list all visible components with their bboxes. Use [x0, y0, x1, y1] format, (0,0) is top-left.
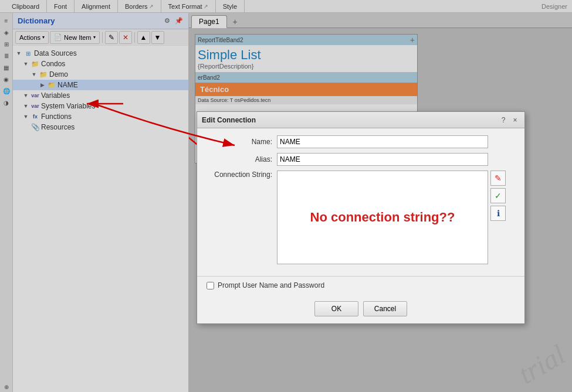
dictionary-header-icons: ⚙ 📌 — [163, 16, 184, 26]
page-tab-1-label: Page1 — [199, 18, 219, 26]
pin-icon[interactable]: 📌 — [174, 16, 184, 26]
sysvars-icon: var — [31, 102, 39, 110]
datasources-icon: ⊞ — [24, 49, 32, 57]
dictionary-header: Dictionary ⚙ 📌 — [13, 13, 188, 29]
connection-string-label: Connection String: — [207, 171, 277, 179]
textformat-label: Text Format — [168, 3, 202, 10]
ok-button[interactable]: OK — [314, 301, 358, 316]
borders-section: Borders ↗ — [118, 0, 161, 12]
band1-name: ReportTitleBand2 — [198, 37, 243, 43]
connection-string-area: No connection string?? — [277, 171, 488, 264]
report-description: {ReportDescription} — [198, 63, 415, 70]
sidebar-icon-7[interactable]: 🌐 — [1, 86, 12, 96]
page-tab-1[interactable]: Page1 — [191, 15, 227, 28]
toggle-demo[interactable]: ▼ — [31, 71, 38, 78]
datasources-label: Data Sources — [34, 49, 77, 57]
alias-input[interactable] — [277, 153, 488, 166]
name-folder-icon: 📁 — [48, 81, 56, 89]
alias-row: Alias: — [207, 153, 515, 166]
tree-item-condos[interactable]: ▼ 📁 Condos — [13, 59, 188, 69]
functions-icon: fx — [31, 113, 39, 121]
edit-connection-dialog[interactable]: Edit Connection ? × Name: Alias: Connect… — [197, 111, 525, 324]
actions-button[interactable]: Actions ▾ — [15, 31, 49, 44]
toggle-datasources[interactable]: ▼ — [15, 50, 22, 57]
clipboard-section: Clipboard — [5, 0, 47, 12]
modal-titlebar: Edit Connection ? × — [197, 112, 524, 128]
clipboard-label: Clipboard — [12, 3, 39, 10]
add-page-button[interactable]: + — [229, 16, 241, 28]
functions-label: Functions — [41, 113, 72, 121]
sidebar-icon-4[interactable]: ≣ — [1, 50, 12, 61]
toggle-resources[interactable] — [22, 124, 29, 131]
sidebar-icon-5[interactable]: ▦ — [1, 62, 12, 73]
band2-header: erBand2 — [195, 72, 417, 83]
edit-icon-btn[interactable]: ✎ — [105, 31, 118, 44]
toggle-variables[interactable]: ▼ — [22, 92, 29, 99]
tree-item-demo[interactable]: ▼ 📁 Demo — [13, 69, 188, 80]
sidebar-icon-8[interactable]: ◑ — [1, 97, 12, 108]
modal-help-button[interactable]: ? — [499, 115, 508, 125]
tree-item-datasources[interactable]: ▼ ⊞ Data Sources — [13, 48, 188, 59]
borders-label: Borders — [125, 3, 148, 10]
sidebar-icon-2[interactable]: ◈ — [1, 27, 12, 38]
actions-label: Actions — [19, 34, 40, 41]
alignment-label: Alignment — [82, 3, 110, 10]
designer-label: Designer — [541, 3, 567, 10]
sidebar-icon-1[interactable]: ≡ — [1, 15, 12, 26]
move-down-icon-btn[interactable]: ▼ — [151, 31, 164, 44]
tree-item-variables[interactable]: ▼ var Variables — [13, 90, 188, 101]
actions-dropdown-arrow: ▾ — [42, 35, 45, 40]
modal-close-button[interactable]: × — [510, 115, 520, 125]
modal-title: Edit Connection — [202, 116, 256, 124]
gear-icon[interactable]: ⚙ — [163, 16, 172, 26]
prompt-checkbox[interactable] — [207, 282, 214, 289]
datasource-text2: osPedidos.tecn — [235, 97, 271, 103]
no-connection-text: No connection string?? — [310, 210, 455, 225]
modal-body: Name: Alias: Connection String: No conne… — [197, 128, 524, 276]
toolbar-sep-1 — [102, 32, 103, 43]
toggle-sysvars[interactable]: ▼ — [22, 103, 29, 110]
demo-folder-icon: 📁 — [39, 70, 48, 79]
name-input[interactable] — [277, 135, 488, 148]
demo-label: Demo — [49, 70, 68, 79]
dictionary-panel: Dictionary ⚙ 📌 Actions ▾ 📄 New Item ▾ ✎ … — [13, 13, 189, 392]
new-item-dropdown-arrow: ▾ — [93, 35, 96, 40]
prompt-checkbox-label: Prompt User Name and Password — [218, 281, 324, 289]
band1-title: ReportTitleBand2 + — [195, 35, 417, 45]
edit-connection-btn[interactable]: ✎ — [490, 171, 506, 186]
prompt-checkbox-row: Prompt User Name and Password — [197, 276, 524, 289]
variables-label: Variables — [41, 91, 70, 100]
band2-name: erBand2 — [198, 74, 220, 81]
tree-item-name[interactable]: ▶ 📁 NAME — [13, 80, 188, 90]
name-label: Name: — [207, 138, 277, 146]
test-connection-btn[interactable]: ✓ — [490, 188, 506, 203]
band2-content: Técnico — [195, 83, 417, 96]
cancel-button[interactable]: Cancel — [363, 301, 407, 316]
name-row: Name: — [207, 135, 515, 148]
tree-item-functions[interactable]: ▼ fx Functions — [13, 111, 188, 122]
name-label: NAME — [57, 81, 78, 89]
font-section: Font — [47, 0, 75, 12]
style-section: Style — [216, 0, 245, 12]
toggle-condos[interactable]: ▼ — [22, 60, 29, 67]
new-item-button[interactable]: 📄 New Item ▾ — [50, 31, 99, 44]
variables-icon: var — [31, 91, 39, 100]
toolbar-sep-2 — [134, 32, 135, 43]
tree-item-sysvars[interactable]: ▼ var System Variables — [13, 101, 188, 111]
top-toolbar: Clipboard Font Alignment Borders ↗ Text … — [0, 0, 572, 13]
info-connection-btn[interactable]: ℹ — [490, 206, 506, 221]
delete-icon-btn[interactable]: ✕ — [119, 31, 132, 44]
tree-item-resources[interactable]: 📎 Resources — [13, 122, 188, 132]
move-up-icon-btn[interactable]: ▲ — [137, 31, 150, 44]
toggle-name[interactable]: ▶ — [39, 81, 46, 88]
band2-text: Técnico — [200, 85, 229, 94]
sidebar-icon-6[interactable]: ◉ — [1, 74, 12, 84]
sidebar-icon-bottom[interactable]: ⊕ — [1, 381, 12, 392]
new-item-icon: 📄 — [54, 33, 62, 41]
toggle-functions[interactable]: ▼ — [22, 113, 29, 120]
datasource-info: Data Source: T osPedidos.tecn — [195, 96, 417, 104]
dictionary-toolbar: Actions ▾ 📄 New Item ▾ ✎ ✕ ▲ ▼ — [13, 29, 188, 46]
sidebar-icon-3[interactable]: ⊞ — [1, 39, 12, 49]
condos-folder-icon: 📁 — [31, 60, 39, 68]
tree-container: ▼ ⊞ Data Sources ▼ 📁 Condos ▼ 📁 Demo ▶ 📁… — [13, 46, 188, 392]
